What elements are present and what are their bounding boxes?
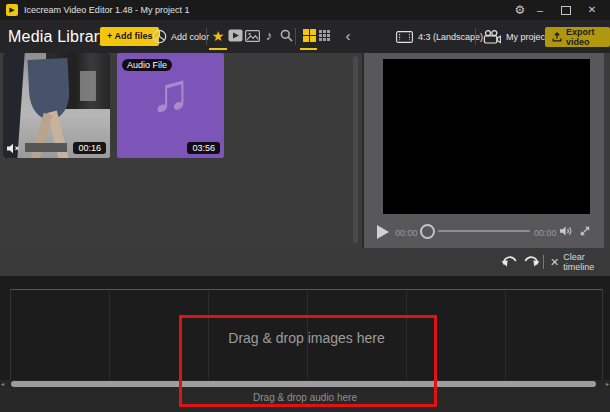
add-files-button[interactable]: + Add files <box>100 27 159 46</box>
upload-icon <box>552 32 562 42</box>
small-grid-icon <box>319 30 330 41</box>
maximize-button[interactable] <box>558 0 574 20</box>
seek-slider-handle[interactable] <box>420 224 435 239</box>
scroll-right-arrow-icon[interactable]: ▸ <box>606 380 609 388</box>
film-icon <box>228 29 243 42</box>
small-grid-view-button[interactable] <box>318 20 331 51</box>
video-duration-badge: 00:16 <box>73 142 106 154</box>
toolbar-separator <box>295 28 296 45</box>
toolbar-separator <box>206 28 207 45</box>
settings-gear-icon[interactable]: ⚙ <box>510 0 530 20</box>
minimize-button[interactable]: – <box>532 0 548 20</box>
aspect-ratio-selector[interactable]: 4:3 (Landscape) <box>396 20 483 53</box>
audio-tab[interactable]: ♪ <box>261 20 277 51</box>
media-library-heading: Media Library <box>8 20 108 53</box>
fullscreen-button[interactable] <box>579 225 591 237</box>
drag-drop-images-hint: Drag & drop images here <box>10 330 603 346</box>
movie-camera-icon <box>483 30 501 44</box>
my-projects-button[interactable]: My projects <box>483 20 552 53</box>
app-logo-icon: ▶ <box>6 4 18 16</box>
elapsed-time: 00:00 <box>395 228 418 238</box>
image-icon <box>245 30 260 42</box>
large-grid-icon <box>303 29 316 42</box>
add-color-button[interactable]: Add color <box>152 26 209 47</box>
muted-speaker-icon <box>6 143 21 154</box>
window-title: Icecream Video Editor 1.48 - My project … <box>24 0 189 20</box>
preview-panel: 00:00 00:00 <box>364 53 604 248</box>
search-icon <box>280 29 293 42</box>
app-window: ▶ Icecream Video Editor 1.48 - My projec… <box>0 0 610 412</box>
audio-media-item[interactable]: Audio File ♫ 03:56 <box>117 53 224 158</box>
titlebar: ▶ Icecream Video Editor 1.48 - My projec… <box>0 0 610 20</box>
media-vertical-scrollbar[interactable] <box>353 56 358 243</box>
close-button[interactable]: ✕ <box>584 0 600 20</box>
export-video-button[interactable]: Export video <box>545 27 610 47</box>
play-button[interactable] <box>377 225 389 239</box>
main-toolbar: Media Library + Add files Add color ★ <box>0 20 610 53</box>
speaker-icon <box>559 225 574 237</box>
timeline-horizontal-scrollbar[interactable]: ◂ ▸ <box>0 380 610 388</box>
drag-drop-audio-hint: Drag & drop audio here <box>0 392 610 403</box>
aspect-ratio-label: 4:3 (Landscape) <box>418 32 483 42</box>
large-grid-view-button[interactable] <box>302 20 316 51</box>
audio-duration-badge: 03:56 <box>187 142 220 154</box>
clear-timeline-label: Clear timeline <box>563 252 610 272</box>
favorites-star-tab[interactable]: ★ <box>209 20 227 51</box>
redo-button[interactable] <box>523 254 540 270</box>
volume-button[interactable] <box>559 225 574 237</box>
actions-separator <box>543 255 544 269</box>
clear-x-icon: ✕ <box>550 256 559 269</box>
seek-slider-track[interactable] <box>438 230 530 232</box>
scroll-left-arrow-icon[interactable]: ◂ <box>1 380 4 388</box>
frame-icon <box>396 31 413 43</box>
search-button[interactable] <box>279 20 294 51</box>
undo-icon <box>501 254 518 270</box>
images-tab[interactable] <box>244 20 261 51</box>
video-media-item[interactable]: 00:16 <box>3 53 110 158</box>
scrollbar-thumb[interactable] <box>11 381 596 387</box>
export-video-label: Export video <box>566 27 603 47</box>
active-view-underline <box>300 48 317 50</box>
videos-tab[interactable] <box>227 20 244 51</box>
toolbar-separator <box>475 28 476 45</box>
music-note-icon: ♫ <box>117 61 224 123</box>
timeline-area: Drag & drop images here ◂ ▸ Drag & drop … <box>0 276 610 412</box>
window-edge <box>604 53 610 248</box>
collapse-panel-chevron[interactable]: ‹ <box>340 20 356 51</box>
clear-timeline-button[interactable]: ✕ Clear timeline <box>550 248 610 276</box>
timeline-actions-bar: ✕ Clear timeline <box>0 248 610 276</box>
media-library-panel: 00:16 Audio File ♫ 03:56 <box>0 53 362 248</box>
audio-drop-track[interactable]: Drag & drop audio here <box>0 388 610 412</box>
fullscreen-arrows-icon <box>579 225 591 237</box>
redo-icon <box>523 254 540 270</box>
active-tab-underline <box>209 48 227 50</box>
undo-button[interactable] <box>501 254 518 270</box>
video-preview-screen <box>383 59 590 214</box>
add-color-label: Add color <box>171 32 209 42</box>
color-wheel-icon <box>152 29 167 44</box>
total-time: 00:00 <box>534 228 557 238</box>
